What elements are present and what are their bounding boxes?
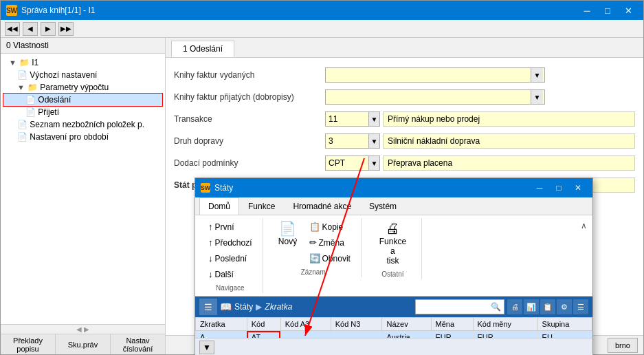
- breadcrumb-arrow: ▶: [256, 302, 262, 312]
- nastav-cislovani-button[interactable]: Nastav číslování: [111, 334, 165, 354]
- dropdown-faktury-prijatych[interactable]: ▼: [325, 89, 545, 105]
- dialog-close-button[interactable]: ✕: [569, 181, 587, 195]
- preklady-popisu-button[interactable]: Překlady popisu: [1, 334, 56, 354]
- ribbon-btn-funkce-tisk[interactable]: 🖨 Funkce atisk: [374, 219, 411, 268]
- toolbar-menu-button[interactable]: ☰: [199, 299, 217, 315]
- tree-label-odeslani: Odeslání: [38, 95, 71, 105]
- ribbon-btn-predchozi[interactable]: ↑ Předchozí: [205, 235, 256, 250]
- th-kod-a3[interactable]: Kód A3: [280, 318, 331, 331]
- label-transakce: Transakce: [174, 114, 325, 124]
- sku-prav-button[interactable]: Sku.práv: [56, 334, 111, 354]
- tree-label-prijeti: Přijetí: [38, 107, 59, 117]
- nav-prev-button[interactable]: ◀: [23, 22, 38, 36]
- dialog-maximize-button[interactable]: □: [550, 181, 568, 195]
- ribbon-tab-hromadne[interactable]: Hromadné akce: [284, 197, 360, 215]
- toolbar-more-button[interactable]: ☰: [573, 299, 588, 314]
- brno-button[interactable]: brno: [608, 338, 638, 353]
- minimize-button[interactable]: ─: [577, 3, 597, 17]
- ribbon-btn-kopie[interactable]: 📋 Kopie: [306, 219, 354, 234]
- combo-dodaci[interactable]: CPT ▼: [325, 155, 380, 171]
- cell-kod-meny: EUR: [473, 331, 537, 338]
- ribbon-btn-obnovit[interactable]: 🔄 Obnovit: [306, 251, 354, 266]
- dialog-footer: ▼: [195, 338, 592, 355]
- combo-transakce[interactable]: 11 ▼: [325, 111, 380, 127]
- th-kod-n3[interactable]: Kód N3: [331, 318, 382, 331]
- dialog-minimize-button[interactable]: ─: [531, 181, 548, 195]
- field-faktury-prijatych: ▼: [325, 89, 635, 105]
- ribbon-tab-system[interactable]: Systém: [360, 197, 406, 215]
- toolbar-search-input[interactable]: [416, 303, 488, 311]
- ribbon-group-ostatni: 🖨 Funkce atisk Ostatní: [367, 218, 422, 279]
- cell-mena: EUR: [431, 331, 473, 338]
- th-zkratka[interactable]: Zkratka: [196, 318, 247, 331]
- ribbon-btn-posledni[interactable]: ↓ Poslední: [205, 251, 256, 266]
- dropdown-arrow-faktury-vydanych[interactable]: ▼: [531, 68, 543, 82]
- toolbar-search[interactable]: 🔍: [415, 299, 504, 314]
- ribbon-btn-dalsi[interactable]: ↓ Další: [205, 267, 256, 281]
- footer-nav-down-button[interactable]: ▼: [199, 341, 214, 354]
- combo-arrow-dodaci[interactable]: ▼: [368, 156, 379, 170]
- ribbon-tab-funkce[interactable]: Funkce: [239, 197, 284, 215]
- ribbon-tab-domu[interactable]: Domů: [199, 197, 239, 215]
- tree-item-odeslani[interactable]: 📄 Odeslání: [3, 94, 162, 106]
- th-skupina[interactable]: Skupina: [537, 318, 592, 331]
- vlastnosti-label: 0 Vlastnosti: [6, 41, 49, 50]
- dialog-ribbon: Domů Funkce Hromadné akce Systém ↑ První: [195, 197, 592, 297]
- tree-label-i1: I1: [32, 58, 38, 67]
- tree-icon-doc-2: 📄: [25, 95, 36, 105]
- ribbon-btn-prvni[interactable]: ↑ První: [205, 219, 256, 234]
- horizontal-scrollbar[interactable]: ◀ ▶: [1, 324, 165, 334]
- nav-first-button[interactable]: ◀◀: [5, 22, 20, 36]
- tree-item-nastaveni[interactable]: 📄 Nastavení pro období: [3, 131, 162, 143]
- tree-icon-doc-5: 📄: [17, 132, 27, 142]
- tree-icon-folder-2: 📁: [27, 83, 38, 92]
- main-title-bar: SW Správa knih[1/1] - I1 ─ □ ✕: [1, 1, 643, 20]
- table-row[interactable]: A AT Austria EUR EUR EU: [196, 331, 592, 338]
- cell-skupina: EU: [537, 331, 592, 338]
- text-transakce: Přímý nákup nebo prodej: [383, 111, 635, 127]
- combo-transakce-value: 11: [329, 114, 337, 124]
- tree-item-i1[interactable]: ▼ 📁 I1: [3, 56, 162, 69]
- book-icon: 📖: [220, 301, 232, 312]
- maximize-button[interactable]: □: [598, 3, 617, 17]
- cell-nazev: Austria: [382, 331, 431, 338]
- tree-icon-folder: 📁: [19, 58, 30, 67]
- th-kod-meny[interactable]: Kód měny: [473, 318, 537, 331]
- toolbar-print-button[interactable]: 🖨: [507, 299, 522, 314]
- nav-next-button[interactable]: ▶: [41, 22, 56, 36]
- combo-druh-dopravy[interactable]: 3 ▼: [325, 133, 380, 149]
- toolbar-chart-button[interactable]: 📊: [524, 299, 539, 314]
- ribbon-collapse-button[interactable]: ∧: [581, 221, 587, 230]
- ribbon-btn-novy[interactable]: 📄 Nový: [273, 219, 303, 248]
- row-druh-dopravy: Druh dopravy 3 ▼ Silniční nákladní dopra…: [174, 132, 635, 150]
- left-panel: 0 Vlastnosti ▼ 📁 I1 📄 Výchozí nastavení …: [1, 38, 166, 354]
- left-panel-header: 0 Vlastnosti: [1, 38, 165, 54]
- ribbon-btn-zmena[interactable]: ✏ Změna: [306, 235, 354, 250]
- toolbar-settings-button[interactable]: ⚙: [557, 299, 572, 314]
- th-mena[interactable]: Měna: [431, 318, 473, 331]
- cell-zkratka: A: [196, 331, 247, 338]
- ribbon-content: ↑ První ↑ Předchozí ↓ Poslední ↓: [195, 215, 592, 296]
- dropdown-faktury-vydanych[interactable]: ▼: [325, 67, 545, 83]
- combo-arrow-druh-dopravy[interactable]: ▼: [368, 134, 379, 148]
- tree-item-prijeti[interactable]: 📄 Přijetí: [3, 106, 162, 118]
- th-nazev[interactable]: Název: [382, 318, 431, 331]
- breadcrumb-zkratka: Zkratka: [265, 302, 292, 312]
- tree-item-parametry[interactable]: ▼ 📁 Parametry výpočtu: [3, 81, 162, 94]
- row-dodaci: Dodací podmínky CPT ▼ Přeprava placena: [174, 154, 635, 172]
- tab-odeslani[interactable]: 1 Odeslání: [171, 41, 234, 57]
- dialog-staty: SW Státy ─ □ ✕ Domů Funkce Hromadné akce…: [195, 178, 593, 355]
- tree-item-seznam[interactable]: 📄 Seznam nezbožních položek p.: [3, 118, 162, 131]
- th-kod[interactable]: Kód: [247, 318, 280, 331]
- nav-last-button[interactable]: ▶▶: [58, 22, 74, 36]
- tree-area: ▼ 📁 I1 📄 Výchozí nastavení ▼ 📁 Parametry…: [1, 54, 165, 324]
- toolbar-breadcrumb: 📖 Státy ▶ Zkratka: [220, 301, 292, 312]
- toolbar-clipboard-button[interactable]: 📋: [540, 299, 555, 314]
- tree-item-vychozi[interactable]: 📄 Výchozí nastavení: [3, 69, 162, 81]
- tab-bar: 1 Odeslání: [166, 38, 643, 58]
- dialog-title-bar: SW Státy ─ □ ✕: [195, 178, 592, 197]
- combo-arrow-transakce[interactable]: ▼: [368, 112, 379, 126]
- close-button[interactable]: ✕: [619, 3, 638, 17]
- dropdown-arrow-faktury-prijatych[interactable]: ▼: [531, 90, 543, 104]
- row-faktury-prijatych: Knihy faktur přijatých (dobropisy) ▼: [174, 88, 635, 106]
